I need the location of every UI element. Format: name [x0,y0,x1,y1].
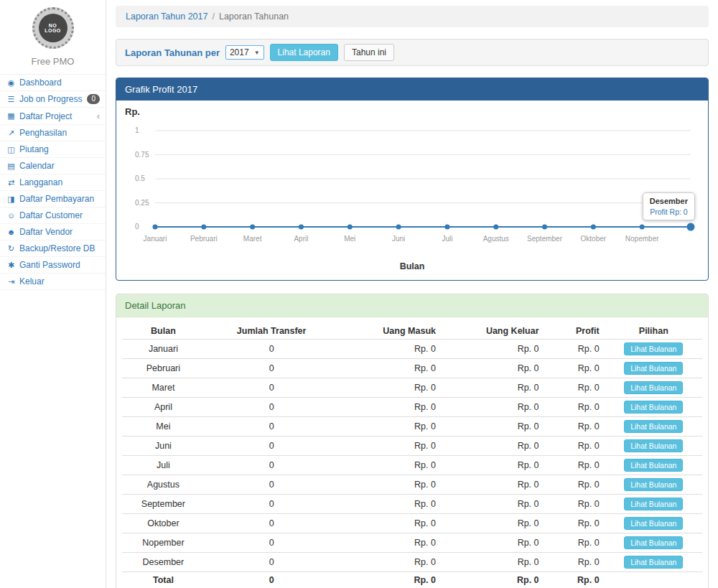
sidebar-item-calendar[interactable]: ▤Calendar [0,158,106,174]
payment-icon: ◨ [6,195,17,204]
sidebar-item-ganti-password[interactable]: ✱Ganti Password [0,257,106,274]
sidebar-item-label: Langganan [19,177,100,187]
svg-text:Juni: Juni [392,235,405,243]
chart-point-September[interactable] [542,225,547,230]
cell-bulan: Oktober [122,514,205,533]
no-logo-badge: NO LOGO [39,14,67,42]
cell-uang-masuk: Rp. 0 [338,514,442,533]
cell-jumlah-transfer: 0 [205,398,339,417]
cell-pilihan: Lihat Bulanan [605,553,702,572]
col-header-profit: Profit [545,323,605,340]
sidebar-item-job-on-progress[interactable]: ☰Job on Progress0 [0,91,106,108]
cell-uang-masuk: Rp. 0 [338,553,442,572]
chart-point-Mei[interactable] [348,225,353,230]
cell-uang-keluar: Rp. 0 [442,514,545,533]
tasks-icon: ☰ [6,95,17,104]
chart-point-Desember[interactable] [687,223,695,231]
exchange-icon: ⇄ [6,178,17,187]
breadcrumb: Laporan Tahun 2017/Laporan Tahunan [116,6,709,27]
col-header-pilihan: Pilihan [605,323,702,340]
svg-text:Januari: Januari [144,235,167,243]
sidebar-item-penghasilan[interactable]: ↗Penghasilan [0,125,106,141]
breadcrumb-separator: / [212,11,214,22]
svg-text:Juli: Juli [442,235,452,243]
table-row: Januari0Rp. 0Rp. 0Rp. 0Lihat Bulanan [122,340,702,359]
col-header-uang-masuk: Uang Masuk [338,323,442,340]
cell-jumlah-transfer: 0 [205,533,339,553]
total-uang-masuk: Rp. 0 [338,572,442,588]
cell-uang-masuk: Rp. 0 [338,495,442,514]
sidebar-item-keluar[interactable]: ⇥Keluar [0,274,106,290]
lihat-bulanan-button[interactable]: Lihat Bulanan [624,420,683,433]
cell-pilihan: Lihat Bulanan [605,398,702,417]
sidebar-item-piutang[interactable]: ◫Piutang [0,141,106,158]
logo-gear-ring: NO LOGO [32,7,74,49]
cell-bulan: Pebruari [122,359,205,378]
sidebar-item-label: Penghasilan [19,128,100,138]
lihat-bulanan-button[interactable]: Lihat Bulanan [624,401,683,414]
sidebar-item-langganan[interactable]: ⇄Langganan [0,174,106,191]
total-row: Total 0 Rp. 0 Rp. 0 Rp. 0 [122,572,702,588]
cell-profit: Rp. 0 [545,553,605,572]
cell-profit: Rp. 0 [545,495,605,514]
chart-point-Nopember[interactable] [640,225,645,230]
chart-panel-title: Grafik Profit 2017 [116,78,708,101]
sidebar-item-label: Keluar [19,276,100,286]
cell-bulan: Desember [122,553,205,572]
lihat-bulanan-button[interactable]: Lihat Bulanan [624,536,683,549]
report-table-wrap: Bulan Jumlah Transfer Uang Masuk Uang Ke… [116,317,708,588]
cell-uang-masuk: Rp. 0 [338,475,442,495]
lihat-bulanan-button[interactable]: Lihat Bulanan [624,498,683,510]
breadcrumb-parent-link[interactable]: Laporan Tahun 2017 [126,11,208,22]
lihat-bulanan-button[interactable]: Lihat Bulanan [624,556,683,569]
sidebar-item-daftar-project[interactable]: ▦Daftar Project‹ [0,108,106,125]
chart-point-Agustus[interactable] [493,225,498,230]
svg-text:0.5: 0.5 [135,174,145,182]
credit-card-icon: ◫ [6,145,17,154]
count-badge: 0 [87,94,100,104]
chart-point-Juli[interactable] [444,225,449,230]
sidebar-item-daftar-vendor[interactable]: ☻Daftar Vendor [0,224,106,241]
sidebar-item-label: Daftar Project [19,111,94,121]
lihat-bulanan-button[interactable]: Lihat Bulanan [624,459,683,472]
sidebar-item-backup-restore-db[interactable]: ↻Backup/Restore DB [0,241,106,257]
chart-point-April[interactable] [299,225,304,230]
cell-pilihan: Lihat Bulanan [605,417,702,437]
total-label: Total [122,572,205,588]
cell-jumlah-transfer: 0 [205,437,339,456]
svg-text:Nopember: Nopember [625,235,659,243]
chart-point-Januari[interactable] [153,225,158,230]
chart-point-Oktober[interactable] [591,225,596,230]
cell-uang-masuk: Rp. 0 [338,533,442,553]
lihat-bulanan-button[interactable]: Lihat Bulanan [624,362,683,375]
cell-bulan: April [122,398,205,417]
lihat-bulanan-button[interactable]: Lihat Bulanan [624,381,683,394]
refresh-icon: ↻ [6,244,17,253]
lihat-bulanan-button[interactable]: Lihat Bulanan [624,478,683,491]
table-row: Mei0Rp. 0Rp. 0Rp. 0Lihat Bulanan [122,417,702,437]
cell-profit: Rp. 0 [545,398,605,417]
lihat-bulanan-button[interactable]: Lihat Bulanan [624,517,683,530]
chart-point-Pebruari[interactable] [201,225,206,230]
chart-point-Maret[interactable] [250,225,255,230]
sidebar-item-daftar-customer[interactable]: ☺Daftar Customer [0,207,106,224]
svg-text:Oktober: Oktober [581,235,607,243]
sidebar-item-daftar-pembayaran[interactable]: ◨Daftar Pembayaran [0,191,106,207]
sidebar-item-dashboard[interactable]: ◉Dashboard [0,75,106,91]
lihat-bulanan-button[interactable]: Lihat Bulanan [624,342,683,355]
report-table-body: Januari0Rp. 0Rp. 0Rp. 0Lihat BulananPebr… [122,340,702,572]
cell-jumlah-transfer: 0 [205,417,339,437]
lihat-laporan-button[interactable]: Lihat Laporan [270,44,338,61]
table-icon: ▦ [6,111,17,121]
tahun-ini-button[interactable]: Tahun ini [344,44,394,61]
detail-report-panel: Detail Laporan Bulan Jumlah Transfer Uan… [116,294,709,588]
lihat-bulanan-button[interactable]: Lihat Bulanan [624,439,683,452]
svg-text:0: 0 [135,223,139,230]
sidebar-item-label: Job on Progress [19,94,84,104]
year-select[interactable]: 2017 ▼ [225,45,264,60]
cell-bulan: Maret [122,378,205,398]
table-row: April0Rp. 0Rp. 0Rp. 0Lihat Bulanan [122,398,702,417]
chart-point-Juni[interactable] [396,225,401,230]
cell-uang-masuk: Rp. 0 [338,456,442,475]
svg-text:September: September [527,235,563,243]
